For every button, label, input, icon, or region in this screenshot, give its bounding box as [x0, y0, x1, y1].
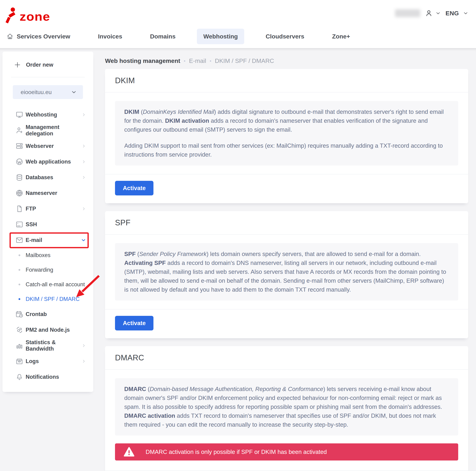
sidebar-divider: [11, 77, 85, 77]
zone-logo[interactable]: zone: [4, 7, 50, 25]
server-icon: [15, 142, 23, 150]
bullet-icon: [15, 269, 23, 271]
dmarc-title: DMARC: [115, 353, 144, 362]
dmarc-card-header: DMARC: [105, 346, 468, 370]
user-menu[interactable]: [425, 9, 441, 17]
sidebar-item-email[interactable]: E-mail: [2, 232, 93, 248]
breadcrumb-separator: •: [210, 59, 211, 63]
chevron-right-icon: [82, 359, 86, 363]
sidebar-item-notifications[interactable]: Notifications: [2, 369, 93, 385]
sidebar-item-nameserver[interactable]: DNS Nameserver: [2, 185, 93, 201]
dmarc-infobox: DMARC (Domain-based Message Authenticati…: [115, 378, 458, 435]
sidebar: Order new eiooeituu.eu Webhosting: [2, 52, 93, 392]
zone-runner-icon: [4, 7, 18, 25]
tab-zone-plus[interactable]: Zone+: [325, 29, 356, 44]
svg-text:DNS: DNS: [18, 192, 21, 194]
bullet-icon: [15, 284, 23, 285]
chevron-right-icon: [82, 343, 86, 348]
top-header: zone ENG: [0, 0, 476, 48]
spf-card-body: SPF (Sender Policy Framework) lets domai…: [105, 235, 468, 309]
dmarc-alert-text: DMARC activation is only possible if SPF…: [146, 449, 327, 455]
sidebar-item-statistics-bandwidth[interactable]: Statistics & Bandwidth: [2, 338, 93, 353]
dkim-paragraph: DKIM (DomainKeys Identified Mail) adds d…: [124, 108, 449, 134]
breadcrumb: Web hosting management • E-mail • DKIM /…: [105, 57, 468, 64]
order-new-button[interactable]: Order new: [2, 60, 93, 70]
spf-activate-button[interactable]: Activate: [115, 316, 153, 330]
archive-box-icon: [15, 357, 23, 365]
language-label: ENG: [445, 10, 459, 17]
user-name-blurred: [395, 9, 420, 17]
tab-webhosting[interactable]: Webhosting: [197, 29, 244, 44]
dkim-title: DKIM: [115, 76, 135, 85]
dmarc-card: DMARC DMARC (Domain-based Message Authen…: [105, 346, 468, 471]
sidebar-subitem-mailboxes[interactable]: Mailboxes: [2, 248, 93, 263]
domain-selector[interactable]: eiooeituu.eu: [13, 85, 83, 99]
bar-chart-icon: [15, 342, 23, 350]
home-icon: [6, 33, 14, 40]
spf-card: SPF SPF (Sender Policy Framework) lets d…: [105, 211, 468, 338]
sidebar-item-management-delegation[interactable]: Management delegation: [2, 123, 93, 138]
dkim-card-footer: Activate: [105, 174, 468, 203]
tab-services-overview[interactable]: Services Overview: [6, 29, 77, 44]
database-icon: [15, 173, 23, 181]
svg-text:>_: >_: [17, 222, 19, 224]
chevron-down-icon: [81, 237, 86, 243]
dns-globe-icon: DNS: [15, 189, 23, 197]
dmarc-alert-banner: DMARC activation is only possible if SPF…: [115, 443, 458, 460]
sidebar-item-logs[interactable]: Logs: [2, 353, 93, 369]
spf-infobox: SPF (Sender Policy Framework) lets domai…: [115, 243, 458, 301]
main-content: Web hosting management • E-mail • DKIM /…: [105, 48, 468, 471]
sidebar-item-crontab[interactable]: Crontab: [2, 307, 93, 322]
tab-invoices[interactable]: Invoices: [92, 29, 129, 44]
language-selector[interactable]: ENG: [445, 10, 469, 17]
tab-domains[interactable]: Domains: [144, 29, 182, 44]
svg-text:SSH: SSH: [17, 225, 20, 227]
chevron-right-icon: [82, 175, 86, 180]
sidebar-item-pm2-nodejs[interactable]: PM2 and Node.js: [2, 322, 93, 338]
dkim-card: DKIM DKIM (DomainKeys Identified Mail) a…: [105, 69, 468, 203]
sidebar-subitem-forwarding[interactable]: Forwarding: [2, 263, 93, 277]
sidebar-item-webhosting[interactable]: Webhosting: [2, 107, 93, 123]
content-area: Order new eiooeituu.eu Webhosting: [0, 48, 476, 471]
monitor-icon: [15, 111, 23, 119]
sidebar-item-webserver[interactable]: Webserver: [2, 138, 93, 154]
header-user-area: ENG: [395, 9, 469, 17]
chevron-right-icon: [82, 112, 86, 117]
bell-icon: [15, 373, 23, 381]
spf-card-footer: Activate: [105, 309, 468, 338]
chevron-right-icon: [82, 206, 86, 211]
sidebar-item-ftp[interactable]: FTP: [2, 201, 93, 217]
dkim-card-body: DKIM (DomainKeys Identified Mail) adds d…: [105, 92, 468, 174]
bullet-icon: [15, 254, 23, 256]
breadcrumb-root[interactable]: Web hosting management: [105, 57, 180, 64]
envelope-icon: [15, 236, 23, 244]
spf-paragraph: SPF (Sender Policy Framework) lets domai…: [124, 250, 449, 294]
chevron-right-icon: [82, 144, 86, 148]
zone-logo-text: zone: [19, 11, 50, 22]
plus-icon: [14, 61, 21, 68]
chevron-down-icon: [71, 89, 77, 95]
sidebar-subitem-catch-all[interactable]: Catch-all e-mail account: [2, 277, 93, 292]
sidebar-subitem-dkim-spf-dmarc[interactable]: DKIM / SPF / DMARC: [2, 292, 93, 307]
chevron-right-icon: [82, 160, 86, 164]
dmarc-paragraph: DMARC (Domain-based Message Authenticati…: [124, 385, 449, 429]
sidebar-item-web-applications[interactable]: Web applications: [2, 154, 93, 170]
calendar-clock-icon: [15, 310, 23, 318]
dkim-card-header: DKIM: [105, 69, 468, 92]
dkim-activate-button[interactable]: Activate: [115, 181, 153, 195]
order-new-label: Order new: [26, 62, 53, 68]
bullet-icon: [15, 298, 23, 300]
breadcrumb-section[interactable]: E-mail: [189, 57, 206, 64]
person-icon: [425, 9, 433, 17]
sidebar-item-databases[interactable]: Databases: [2, 170, 93, 185]
sidebar-item-ssh[interactable]: >_SSH SSH: [2, 217, 93, 232]
chevron-down-icon: [435, 10, 441, 16]
user-plus-icon: [15, 126, 23, 134]
breadcrumb-current: DKIM / SPF / DMARC: [215, 57, 274, 64]
primary-nav: Services Overview Invoices Domains Webho…: [6, 29, 357, 44]
spf-title: SPF: [115, 218, 131, 227]
tab-cloudservers[interactable]: Cloudservers: [259, 29, 311, 44]
terminal-ssh-icon: >_SSH: [15, 220, 23, 229]
file-icon: [15, 205, 23, 213]
sidebar-menu: Webhosting Management delegation Webserv…: [2, 107, 93, 385]
